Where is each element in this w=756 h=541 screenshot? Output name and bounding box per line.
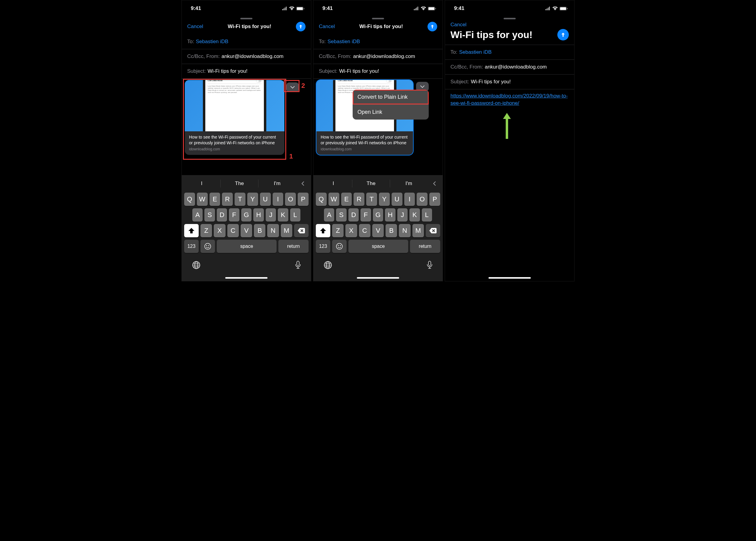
key-s[interactable]: S [204, 208, 215, 222]
key-w[interactable]: W [197, 193, 208, 206]
key-n[interactable]: N [267, 224, 279, 237]
dictation-button[interactable] [295, 261, 301, 270]
sheet-grabber[interactable] [240, 18, 253, 19]
key-u[interactable]: U [260, 193, 271, 206]
key-t[interactable]: T [366, 193, 377, 206]
home-indicator[interactable] [357, 277, 399, 278]
link-card-chevron-button[interactable] [286, 82, 299, 92]
key-v[interactable]: V [241, 224, 252, 237]
key-k[interactable]: K [409, 208, 420, 222]
sheet-grabber[interactable] [503, 18, 516, 19]
suggestion-3[interactable]: I'm [259, 181, 296, 187]
key-q[interactable]: Q [316, 193, 327, 206]
key-q[interactable]: Q [184, 193, 195, 206]
key-a[interactable]: A [192, 208, 203, 222]
menu-convert-plain-link[interactable]: Convert to Plain Link [353, 90, 429, 105]
rich-link-card[interactable]: ‹ Wi-FiiDownloadBlog Wi-Fi Forget This N… [185, 80, 285, 155]
key-y[interactable]: Y [379, 193, 390, 206]
ccbcc-field[interactable]: Cc/Bcc, From: ankur@idownloadblog.com [182, 49, 311, 64]
suggestion-2[interactable]: The [221, 181, 258, 187]
subject-field[interactable]: Subject: Wi-Fi tips for you! [445, 75, 574, 89]
to-value[interactable]: Sebastien iDB [328, 39, 360, 45]
cancel-button[interactable]: Cancel [450, 22, 466, 27]
compose-body[interactable]: https://www.idownloadblog.com/2022/09/19… [445, 89, 574, 110]
send-button[interactable] [296, 22, 306, 31]
key-h[interactable]: H [385, 208, 395, 222]
to-value[interactable]: Sebastien iDB [196, 39, 229, 45]
key-w[interactable]: W [329, 193, 340, 206]
key-p[interactable]: P [429, 193, 440, 206]
key-l[interactable]: L [290, 208, 301, 222]
key-123[interactable]: 123 [184, 240, 199, 253]
to-field[interactable]: To: Sebastien iDB [445, 45, 574, 60]
to-field[interactable]: To: Sebastien iDB [182, 34, 311, 49]
key-a[interactable]: A [324, 208, 334, 222]
key-o[interactable]: O [416, 193, 427, 206]
key-return[interactable]: return [278, 240, 309, 253]
key-r[interactable]: R [354, 193, 365, 206]
key-c[interactable]: C [359, 224, 371, 237]
to-field[interactable]: To: Sebastien iDB [314, 34, 442, 49]
send-button[interactable] [427, 22, 437, 31]
key-u[interactable]: U [391, 193, 402, 206]
suggestion-1[interactable]: I [183, 181, 220, 187]
key-k[interactable]: K [278, 208, 288, 222]
key-e[interactable]: E [341, 193, 352, 206]
key-m[interactable]: M [412, 224, 424, 237]
key-y[interactable]: Y [247, 193, 258, 206]
key-i[interactable]: I [273, 193, 284, 206]
compose-body[interactable]: ‹ Wi-FiiDownloadBlog Wi-Fi Forget This N… [182, 79, 311, 175]
key-backspace[interactable] [294, 224, 309, 237]
key-s[interactable]: S [336, 208, 346, 222]
ccbcc-field[interactable]: Cc/Bcc, From: ankur@idownloadblog.com [445, 60, 574, 75]
key-x[interactable]: X [346, 224, 357, 237]
key-p[interactable]: P [298, 193, 309, 206]
suggestion-2[interactable]: The [352, 181, 390, 187]
key-j[interactable]: J [397, 208, 407, 222]
key-shift[interactable] [184, 224, 199, 237]
key-t[interactable]: T [235, 193, 246, 206]
key-i[interactable]: I [404, 193, 415, 206]
menu-open-link[interactable]: Open Link [353, 105, 429, 120]
suggestion-1[interactable]: I [315, 181, 352, 187]
to-value[interactable]: Sebastien iDB [459, 49, 492, 55]
subject-field[interactable]: Subject: Wi-Fi tips for you! [314, 64, 442, 79]
key-r[interactable]: R [222, 193, 233, 206]
key-123[interactable]: 123 [316, 240, 330, 253]
keyboard[interactable]: I The I'm Q W E R T Y U I O P [314, 175, 442, 281]
key-emoji[interactable] [332, 240, 347, 253]
key-emoji[interactable] [201, 240, 215, 253]
key-b[interactable]: B [385, 224, 397, 237]
key-space[interactable]: space [349, 240, 408, 253]
cancel-button[interactable]: Cancel [187, 24, 203, 30]
key-e[interactable]: E [210, 193, 220, 206]
suggestion-3[interactable]: I'm [390, 181, 427, 187]
key-g[interactable]: G [373, 208, 383, 222]
globe-button[interactable] [324, 261, 332, 270]
key-shift[interactable] [316, 224, 330, 237]
send-button[interactable] [557, 29, 569, 40]
key-z[interactable]: Z [332, 224, 344, 237]
keyboard[interactable]: I The I'm Q W E R T Y U I O P [182, 175, 311, 281]
key-backspace[interactable] [426, 224, 440, 237]
key-return[interactable]: return [410, 240, 440, 253]
globe-button[interactable] [192, 261, 201, 270]
key-f[interactable]: F [361, 208, 371, 222]
key-d[interactable]: D [217, 208, 227, 222]
key-l[interactable]: L [422, 208, 432, 222]
ccbcc-field[interactable]: Cc/Bcc, From: ankur@idownloadblog.com [314, 49, 442, 64]
key-g[interactable]: G [241, 208, 252, 222]
key-o[interactable]: O [285, 193, 296, 206]
subject-field[interactable]: Subject: Wi-Fi tips for you! [182, 64, 311, 79]
plain-link-url[interactable]: https://www.idownloadblog.com/2022/09/19… [450, 93, 568, 106]
key-f[interactable]: F [229, 208, 239, 222]
key-n[interactable]: N [399, 224, 410, 237]
key-v[interactable]: V [372, 224, 384, 237]
home-indicator[interactable] [225, 277, 268, 278]
key-x[interactable]: X [214, 224, 225, 237]
home-indicator[interactable] [488, 277, 531, 278]
key-d[interactable]: D [349, 208, 359, 222]
key-b[interactable]: B [254, 224, 266, 237]
suggestion-backspace[interactable] [427, 181, 441, 186]
key-j[interactable]: J [266, 208, 276, 222]
